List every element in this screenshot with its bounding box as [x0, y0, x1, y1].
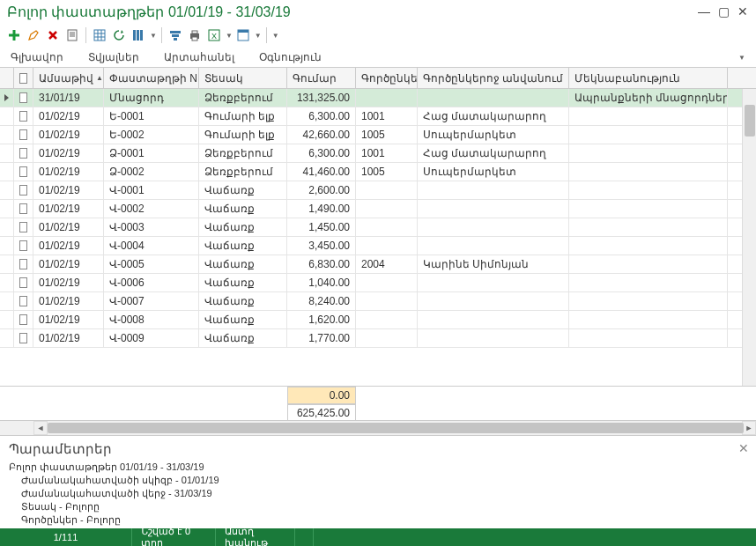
cell-partner: 2004: [356, 255, 418, 273]
close-panel-icon[interactable]: ✕: [738, 441, 749, 455]
table-row[interactable]: 01/02/19Վ-0002Վաճառք1,490.00: [0, 200, 756, 218]
column-amount[interactable]: Գումար: [287, 68, 356, 88]
delete-icon[interactable]: [44, 26, 62, 44]
cell-docnum: Վ-0006: [104, 274, 199, 291]
row-checkbox[interactable]: [19, 92, 27, 103]
table-row[interactable]: 01/02/19Ձ-0001Ձեռքբերում6,300.001001Հաց …: [0, 144, 756, 163]
cell-partner-name: [418, 311, 569, 328]
row-checkbox-cell[interactable]: [14, 144, 33, 162]
print-icon[interactable]: [186, 26, 204, 44]
cell-comment: [569, 237, 728, 255]
param-line: Բոլոր փաստաթղթեր 01/01/19 - 31/03/19: [9, 461, 747, 474]
columns-icon[interactable]: [130, 26, 147, 44]
row-checkbox-cell[interactable]: [14, 126, 33, 144]
row-indicator: [0, 126, 14, 144]
row-checkbox[interactable]: [19, 185, 27, 196]
menu-expand-icon[interactable]: ▼: [738, 54, 745, 62]
refresh-icon[interactable]: [110, 26, 128, 44]
table-row[interactable]: 01/02/19Ձ-0002Ձեռքբերում41,460.001005Սու…: [0, 163, 756, 181]
row-checkbox[interactable]: [19, 111, 27, 122]
layout-icon[interactable]: [234, 26, 252, 44]
menu-main[interactable]: Գլխավոր: [11, 51, 63, 63]
row-checkbox-cell[interactable]: [14, 237, 33, 255]
scroll-right-icon[interactable]: ►: [742, 421, 756, 435]
table-row[interactable]: 01/02/19Վ-0005Վաճառք6,830.002004Կարինե Ս…: [0, 255, 756, 274]
row-checkbox-cell[interactable]: [14, 200, 33, 218]
table-row[interactable]: 01/02/19Վ-0003Վաճառք1,450.00: [0, 218, 756, 237]
row-checkbox[interactable]: [19, 222, 27, 232]
checkbox-column[interactable]: [14, 68, 33, 88]
column-date[interactable]: Ամսաթիվ▲: [33, 68, 104, 88]
scrollbar-thumb[interactable]: [48, 423, 744, 433]
table-row[interactable]: 01/02/19Վ-0009Վաճառք1,770.00: [0, 329, 756, 348]
row-checkbox[interactable]: [19, 203, 27, 214]
menu-data[interactable]: Տվյալներ: [88, 51, 139, 63]
menubar: Գլխավոր Տվյալներ Արտահանել Օգնություն ▼: [0, 48, 756, 67]
row-checkbox[interactable]: [19, 277, 27, 288]
vertical-scrollbar[interactable]: [742, 89, 756, 386]
cell-type: Վաճառք: [199, 237, 287, 255]
cell-docnum: Վ-0008: [104, 311, 199, 328]
row-checkbox[interactable]: [19, 148, 27, 159]
column-type[interactable]: Տեսակ: [199, 68, 287, 88]
column-partner[interactable]: Գործընկեր: [356, 68, 418, 88]
row-checkbox-cell[interactable]: [14, 107, 33, 125]
row-checkbox[interactable]: [19, 259, 27, 269]
row-checkbox-cell[interactable]: [14, 329, 33, 347]
add-icon[interactable]: [5, 26, 23, 44]
row-checkbox-cell[interactable]: [14, 311, 33, 328]
cell-type: Վաճառք: [199, 274, 287, 291]
scroll-left-icon[interactable]: ◄: [33, 421, 48, 435]
row-checkbox-cell[interactable]: [14, 163, 33, 181]
dropdown-icon[interactable]: ▼: [272, 32, 279, 40]
menu-help[interactable]: Օգնություն: [259, 51, 322, 63]
edit-icon[interactable]: [25, 26, 42, 44]
table-row[interactable]: 01/02/19Ե-0001Գումարի ելք6,300.001001Հաց…: [0, 107, 756, 126]
close-button[interactable]: ✕: [737, 5, 749, 18]
maximize-button[interactable]: ▢: [717, 5, 730, 18]
row-checkbox[interactable]: [19, 129, 27, 140]
document-icon[interactable]: [63, 26, 81, 44]
menu-export[interactable]: Արտահանել: [164, 51, 234, 63]
horizontal-scrollbar[interactable]: ◄ ►: [0, 421, 756, 435]
minimize-button[interactable]: —: [698, 5, 710, 18]
table-row[interactable]: 31/01/19ՄնացորդՁեռքբերում131,325.00Ապրան…: [0, 89, 756, 107]
select-all-checkbox[interactable]: [19, 73, 27, 84]
row-checkbox-cell[interactable]: [14, 218, 33, 236]
row-checkbox[interactable]: [19, 333, 27, 343]
row-checkbox-cell[interactable]: [14, 274, 33, 291]
column-comment[interactable]: Մեկնաբանություն: [569, 68, 728, 88]
dropdown-icon[interactable]: ▼: [255, 32, 262, 40]
cell-comment: [569, 329, 728, 347]
column-docnum[interactable]: Փաստաթղթի N▲: [104, 68, 199, 88]
table-row[interactable]: 01/02/19Ե-0002Գումարի ելք42,660.001005Սո…: [0, 126, 756, 144]
filter-icon[interactable]: [167, 26, 184, 44]
row-indicator: [0, 107, 14, 125]
table-row[interactable]: 01/02/19Վ-0004Վաճառք3,450.00: [0, 237, 756, 255]
table-row[interactable]: 01/02/19Վ-0007Վաճառք8,240.00: [0, 292, 756, 311]
table-row[interactable]: 01/02/19Վ-0006Վաճառք1,040.00: [0, 274, 756, 292]
row-checkbox[interactable]: [19, 166, 27, 177]
grid-icon[interactable]: [91, 26, 108, 44]
cell-partner-name: [418, 200, 569, 218]
column-partner-name[interactable]: Գործընկերոջ անվանում: [418, 68, 569, 88]
row-checkbox[interactable]: [19, 314, 27, 325]
row-checkbox-cell[interactable]: [14, 255, 33, 273]
cell-date: 01/02/19: [33, 274, 104, 291]
row-checkbox[interactable]: [19, 240, 27, 251]
row-checkbox-cell[interactable]: [14, 181, 33, 199]
dropdown-icon[interactable]: ▼: [226, 32, 233, 40]
excel-icon[interactable]: X: [205, 26, 223, 44]
cell-partner: 1005: [356, 126, 418, 144]
cell-partner-name: Հաց մատակարարող: [418, 107, 569, 125]
table-row[interactable]: 01/02/19Վ-0008Վաճառք1,620.00: [0, 311, 756, 329]
row-indicator: [0, 255, 14, 273]
cell-partner: [356, 237, 418, 255]
dropdown-icon[interactable]: ▼: [150, 32, 157, 40]
scrollbar-thumb[interactable]: [745, 105, 755, 136]
table-row[interactable]: 01/02/19Վ-0001Վաճառք2,600.00: [0, 181, 756, 200]
row-checkbox-cell[interactable]: [14, 292, 33, 310]
row-checkbox-cell[interactable]: [14, 89, 33, 107]
cell-comment: [569, 163, 728, 181]
row-checkbox[interactable]: [19, 296, 27, 306]
